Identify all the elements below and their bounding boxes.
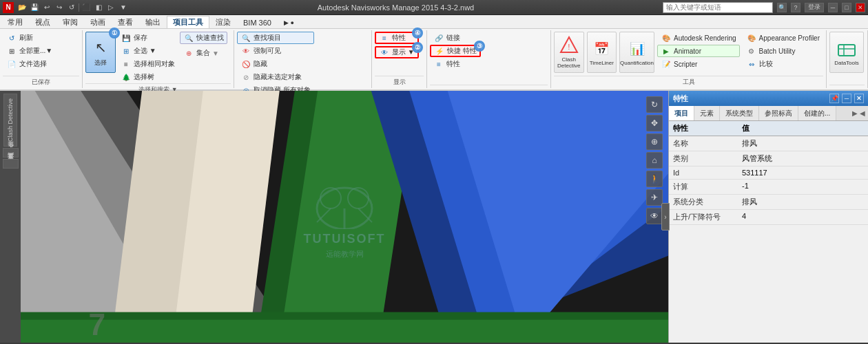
tab-project-tools[interactable]: 项目工具 xyxy=(167,16,209,28)
btn-file-select[interactable]: 📄 文件选择 xyxy=(3,58,50,70)
panel-tab-more[interactable]: ▶ ◀ xyxy=(849,106,868,120)
prop-value-3: 531117 xyxy=(738,166,868,180)
btn-clash-detective[interactable]: ! ClashDetective xyxy=(554,32,584,73)
btn-appearance-profiler[interactable]: 🎨 Appearance Profiler xyxy=(743,32,823,44)
btn-quick-find[interactable]: 🔍 快速查找 xyxy=(180,32,227,44)
table-row: 类别 风管系统 xyxy=(669,151,868,166)
prop-name-2: 类别 xyxy=(669,151,738,166)
btn-hide-unselected[interactable]: ⊘ 隐藏未选定对象 xyxy=(237,71,314,83)
qat-nav1[interactable]: ⬛ xyxy=(81,3,92,12)
login-btn[interactable]: 登录 xyxy=(805,3,824,12)
tab-view[interactable]: 查看 xyxy=(112,16,139,28)
btn-collection[interactable]: ⊕ 集合 ▼ xyxy=(180,47,227,59)
scripter-icon: 📝 xyxy=(661,58,672,69)
link-icon: 🔗 xyxy=(433,32,444,43)
panel-tab-ref-level[interactable]: 参照标高 xyxy=(759,106,798,120)
vt-look[interactable]: 👁 xyxy=(646,208,663,224)
annotation-1: ① xyxy=(109,28,120,39)
close-btn[interactable]: ✕ xyxy=(856,3,865,12)
vt-walk[interactable]: 🚶 xyxy=(646,171,663,187)
vt-orbit[interactable]: ↻ xyxy=(646,96,663,113)
panel-tab-system-type[interactable]: 系统类型 xyxy=(720,106,759,120)
tab-render[interactable]: 渲染 xyxy=(209,16,237,28)
panel-tab-item[interactable]: 项目 xyxy=(669,106,694,120)
qat-nav2[interactable]: ◧ xyxy=(93,3,104,12)
btn-select-tree[interactable]: 🌲 选择树 xyxy=(117,71,178,83)
qat-undo[interactable]: ↩ xyxy=(41,3,52,12)
tab-animation[interactable]: 动画 xyxy=(84,16,112,28)
btn-refresh[interactable]: ↺ 刷新 xyxy=(3,32,37,44)
datatools-group-title xyxy=(829,85,865,87)
qat-nav3[interactable]: ▷ xyxy=(105,3,116,12)
btn-link[interactable]: 🔗 链接 xyxy=(430,32,481,44)
panel-title: 特性 xyxy=(673,94,688,104)
tools-col-extra: 🎨 Appearance Profiler ⚙ Batch Utility ⇔ … xyxy=(743,32,823,70)
vt-fly[interactable]: ✈ xyxy=(646,189,663,206)
panel-pin-btn[interactable]: 📌 xyxy=(829,94,839,103)
animator-icon: ▶ xyxy=(661,45,672,56)
btn-compare[interactable]: ⇔ 比较 xyxy=(743,58,823,70)
select-col1: 💾 保存 ⊞ 全选 ▼ ≡ 选择相同对象 🌲 选择树 xyxy=(117,32,178,83)
select-col2: 🔍 快速查找 ⊕ 集合 ▼ xyxy=(180,32,227,59)
qat-save[interactable]: 💾 xyxy=(29,3,40,12)
select-icon: ↖ xyxy=(91,38,110,57)
qat-open[interactable]: 📂 xyxy=(17,3,28,12)
btn-all-reload[interactable]: ⊞ 全部重...▼ xyxy=(3,45,56,57)
panel-close-btn[interactable]: ✕ xyxy=(854,94,864,103)
btn-animator[interactable]: ▶ Animator xyxy=(657,45,740,57)
btn-save[interactable]: 💾 保存 xyxy=(117,32,178,44)
panel-tab-created[interactable]: 创建的... xyxy=(798,106,836,120)
qat-more[interactable]: ▼ xyxy=(118,3,129,12)
btn-select-same[interactable]: ≡ 选择相同对象 xyxy=(117,58,178,70)
viewport-toolbar: ↻ ✥ ⊕ ⌂ 🚶 ✈ 👁 xyxy=(646,96,663,224)
btn-find-items[interactable]: 🔍 查找项目 xyxy=(237,32,314,44)
tab-output[interactable]: 输出 xyxy=(139,16,167,28)
btn-hide[interactable]: 🚫 隐藏 xyxy=(237,58,314,70)
prop-name-6: 上升/下降符号 xyxy=(669,210,738,225)
vt-home[interactable]: ⌂ xyxy=(646,152,663,169)
annotation-2: ② xyxy=(412,42,423,53)
panel-tab-element[interactable]: 元素 xyxy=(694,106,720,120)
ribbon: ↺ 刷新 ⊞ 全部重...▼ 📄 文件选择 已保存 ↖ 选择 xyxy=(0,29,868,91)
reload-icon: ⊞ xyxy=(6,45,17,56)
btn-batch-utility[interactable]: ⚙ Batch Utility xyxy=(743,45,823,57)
tab-more[interactable]: ▶ ● xyxy=(278,16,300,28)
qat-refresh[interactable]: ↺ xyxy=(66,3,77,12)
tab-bim360[interactable]: BIM 360 xyxy=(237,16,278,28)
select-same-icon: ≡ xyxy=(121,58,132,69)
col-header-value: 值 xyxy=(738,121,868,136)
project-content: ↺ 刷新 ⊞ 全部重...▼ 📄 文件选择 xyxy=(3,32,79,76)
btn-timeliner[interactable]: 📅 TimeLiner xyxy=(587,32,617,73)
vt-pan[interactable]: ✥ xyxy=(646,115,663,131)
search-input[interactable] xyxy=(663,2,773,13)
clash-detective-icon: ! xyxy=(559,36,579,55)
btn-props2[interactable]: ≡ 特性 xyxy=(430,58,481,70)
save-icon: 💾 xyxy=(121,32,132,43)
sidebar-item-measure[interactable]: 测量工具 xyxy=(3,159,19,169)
btn-quick-props[interactable]: ⚡ 快捷 特性 xyxy=(430,45,481,57)
btn-quantification[interactable]: 📊 Quantification xyxy=(619,32,654,73)
btn-select-all[interactable]: ⊞ 全选 ▼ xyxy=(117,45,178,57)
maximize-btn[interactable]: □ xyxy=(842,3,851,12)
tab-common[interactable]: 常用 xyxy=(1,16,29,28)
search-btn[interactable]: 🔍 xyxy=(777,3,787,12)
btn-force-visible[interactable]: 👁 强制可见 xyxy=(237,45,314,57)
btn-datatools[interactable]: DataTools xyxy=(829,32,864,73)
ribbon-group-visible: 🔍 查找项目 👁 强制可见 🚫 隐藏 ⊘ 隐藏未选定对象 ◎ 取消隐藏 xyxy=(234,30,372,88)
sidebar-item-clash-detective[interactable]: Clash Detective xyxy=(3,94,17,147)
qat-redo[interactable]: ↪ xyxy=(54,3,65,12)
vt-zoom[interactable]: ⊕ xyxy=(646,133,663,150)
btn-scripter[interactable]: 📝 Scripter xyxy=(657,58,740,70)
help-btn[interactable]: ? xyxy=(791,3,800,12)
table-row: 上升/下降符号 4 xyxy=(669,210,868,225)
minimize-btn[interactable]: ─ xyxy=(828,3,838,12)
btn-autodesk-rendering[interactable]: 🎨 Autodesk Rendering xyxy=(657,32,740,44)
hide-icon: 🚫 xyxy=(240,58,251,69)
link-content: 🔗 链接 ⚡ 快捷 特性 ③ ≡ 特性 xyxy=(430,32,548,85)
right-panel-collapse[interactable]: › xyxy=(661,203,670,230)
tab-review[interactable]: 审阅 xyxy=(56,16,84,28)
tab-viewpoint[interactable]: 视点 xyxy=(29,16,56,28)
panel-minimize-btn[interactable]: ─ xyxy=(842,94,851,103)
display-content: ≡ 特性 ④ 👁 显示 ▼ ② xyxy=(375,32,424,76)
sidebar-item-collection[interactable]: 集合 xyxy=(3,148,19,158)
